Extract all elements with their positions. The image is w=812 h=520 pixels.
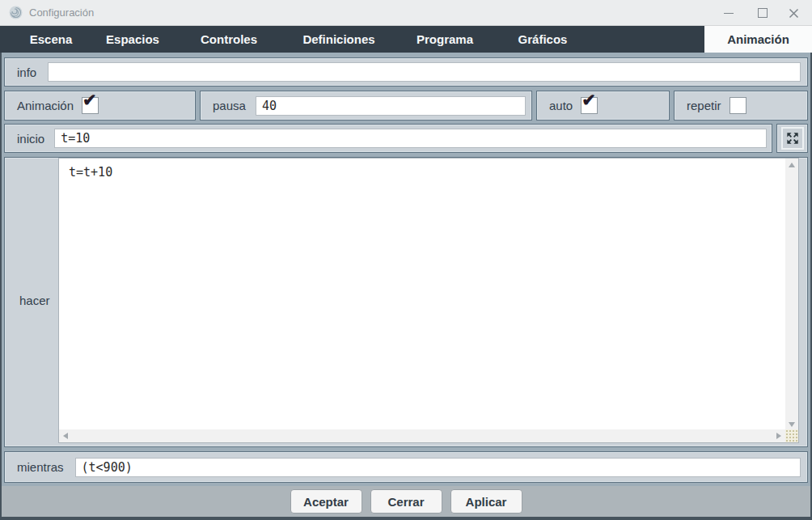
repetir-label: repetir <box>687 99 721 112</box>
tab-graficos[interactable]: Gráficos <box>518 26 568 53</box>
dialog-button-bar: Aceptar Cerrar Aplicar <box>0 486 812 517</box>
minimize-icon <box>724 13 734 14</box>
configuration-dialog: Configuración Escena Espacios Controles … <box>0 0 812 520</box>
animacion-checkbox[interactable]: ✔ <box>82 97 99 114</box>
title-bar: Configuración <box>0 0 812 26</box>
minimize-button[interactable] <box>715 0 742 26</box>
inicio-expand-panel <box>776 124 808 153</box>
tab-definiciones[interactable]: Definiciones <box>302 26 374 53</box>
hacer-label: hacer <box>19 294 50 307</box>
tab-bar: Escena Espacios Controles Definiciones P… <box>0 26 812 53</box>
auto-label: auto <box>549 99 573 112</box>
close-button[interactable] <box>780 0 807 26</box>
expand-button[interactable] <box>781 127 804 150</box>
tab-programa[interactable]: Programa <box>417 26 473 53</box>
horizontal-scrollbar[interactable] <box>59 429 785 442</box>
tab-espacios[interactable]: Espacios <box>106 26 159 53</box>
inicio-row: inicio <box>4 124 772 153</box>
triangle-down-icon <box>789 422 795 427</box>
mientras-label: mientras <box>17 460 64 474</box>
vertical-scrollbar[interactable] <box>785 159 798 431</box>
check-icon: ✔ <box>582 91 596 108</box>
resize-grip[interactable] <box>785 429 798 442</box>
repetir-checkbox[interactable] <box>730 97 746 114</box>
info-input[interactable] <box>48 62 801 82</box>
maximize-icon <box>758 8 768 18</box>
hacer-textarea[interactable]: t=t+10 <box>59 159 785 429</box>
auto-checkbox[interactable]: ✔ <box>581 97 598 114</box>
window-left-border <box>0 53 2 520</box>
hacer-editor: t=t+10 <box>58 158 799 443</box>
spiral-logo-icon <box>9 6 23 19</box>
tab-animacion[interactable]: Animación <box>704 26 812 53</box>
check-icon: ✔ <box>82 91 97 108</box>
pausa-group: pausa <box>200 91 532 120</box>
inicio-label: inicio <box>17 132 44 146</box>
triangle-right-icon <box>776 433 781 439</box>
scroll-up-button[interactable] <box>785 159 798 171</box>
mientras-row: mientras <box>4 451 808 483</box>
tab-controles[interactable]: Controles <box>201 26 257 53</box>
triangle-up-icon <box>789 163 795 167</box>
scroll-right-button[interactable] <box>772 429 785 442</box>
window-title: Configuración <box>29 6 94 19</box>
accept-button[interactable]: Aceptar <box>290 489 362 514</box>
pausa-input[interactable] <box>256 96 526 116</box>
inicio-input[interactable] <box>54 129 767 148</box>
animacion-label: Animación <box>17 99 74 112</box>
scroll-left-button[interactable] <box>59 429 72 442</box>
tab-escena[interactable]: Escena <box>30 26 73 53</box>
pausa-label: pausa <box>213 99 246 112</box>
apply-button[interactable]: Aplicar <box>450 489 522 514</box>
maximize-button[interactable] <box>749 0 776 26</box>
close-icon <box>789 8 799 19</box>
animation-toggle-group: Animación ✔ <box>4 91 196 120</box>
auto-group: auto ✔ <box>536 91 670 120</box>
expand-arrows-icon <box>785 130 801 146</box>
close-dialog-button[interactable]: Cerrar <box>370 489 442 514</box>
triangle-left-icon <box>63 433 68 439</box>
repetir-group: repetir <box>674 91 808 120</box>
info-label: info <box>17 66 36 79</box>
window-bottom-border <box>0 517 812 520</box>
mientras-input[interactable] <box>75 458 801 477</box>
info-row: info <box>4 57 808 87</box>
